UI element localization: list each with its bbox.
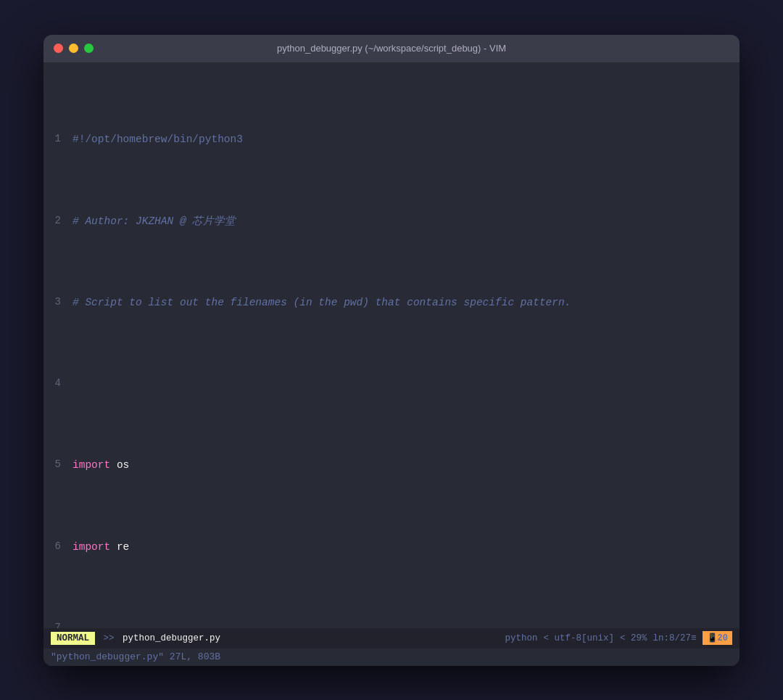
code-container[interactable]: 1 #!/opt/homebrew/bin/python3 2 # Author…	[44, 62, 740, 628]
info-text: "python_debugger.py" 27L, 803B	[51, 651, 220, 662]
statusbar-arrows: >>	[95, 633, 123, 643]
minimize-button[interactable]	[69, 44, 78, 53]
table-row: 3 # Script to list out the filenames (in…	[44, 295, 740, 310]
statusbar-position: ln:8/27≡	[653, 633, 697, 643]
code-lines: 1 #!/opt/homebrew/bin/python3 2 # Author…	[44, 67, 740, 628]
maximize-button[interactable]	[84, 44, 94, 53]
table-row: 2 # Author: JKZHAN @ 芯片学堂	[44, 213, 740, 229]
table-row: 6 import re	[44, 539, 740, 555]
statusbar-percent: < 29%	[620, 633, 647, 643]
statusbar-filename: python_debugger.py	[123, 633, 220, 643]
window-title: python_debugger.py (~/workspace/script_d…	[44, 43, 740, 54]
info-bar: "python_debugger.py" 27L, 803B	[44, 648, 740, 666]
table-row: 7	[44, 620, 740, 628]
statusbar-column: 📱20	[703, 631, 732, 645]
traffic-lights[interactable]	[54, 44, 94, 53]
titlebar: python_debugger.py (~/workspace/script_d…	[44, 35, 740, 62]
table-row: 1 #!/opt/homebrew/bin/python3	[44, 131, 740, 147]
statusbar-language: python	[505, 633, 537, 643]
close-button[interactable]	[54, 44, 63, 53]
table-row: 5 import os	[44, 457, 740, 473]
statusbar-encoding: < utf-8[unix]	[544, 633, 615, 643]
vim-mode: NORMAL	[51, 632, 95, 645]
vim-window: python_debugger.py (~/workspace/script_d…	[44, 35, 740, 666]
statusbar-right: python < utf-8[unix] < 29% ln:8/27≡ 📱20	[505, 631, 732, 645]
table-row: 4	[44, 376, 740, 392]
statusbar: NORMAL >> python_debugger.py python < ut…	[44, 628, 740, 648]
editor-area[interactable]: 1 #!/opt/homebrew/bin/python3 2 # Author…	[44, 62, 740, 666]
